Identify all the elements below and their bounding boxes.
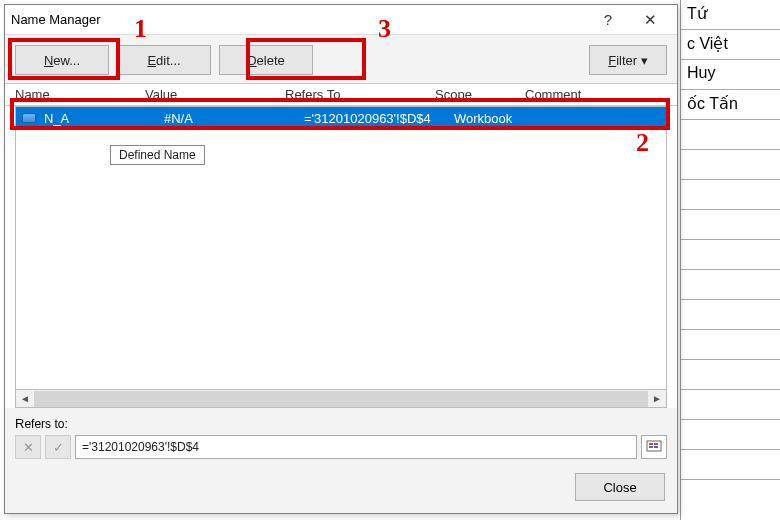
bg-cell[interactable]: c Việt [681, 30, 780, 60]
refers-to-input[interactable] [75, 435, 637, 459]
edit-button[interactable]: Edit... [117, 45, 211, 75]
bg-cell[interactable] [681, 120, 780, 150]
chevron-down-icon: ▾ [641, 53, 648, 68]
col-header-scope[interactable]: Scope [431, 84, 521, 105]
col-header-name[interactable]: Name [11, 84, 141, 105]
bg-cell[interactable] [681, 450, 780, 480]
bg-cell[interactable]: Tứ [681, 0, 780, 30]
col-header-refers[interactable]: Refers To [281, 84, 431, 105]
delete-button[interactable]: Delete [219, 45, 313, 75]
bg-cell[interactable] [681, 180, 780, 210]
titlebar[interactable]: Name Manager ? ✕ [5, 5, 677, 35]
scroll-right-button[interactable]: ► [648, 391, 666, 407]
background-spreadsheet: Tứ c Việt Huy ốc Tấn [680, 0, 780, 520]
filter-button[interactable]: Filter ▾ [589, 45, 667, 75]
defined-name-icon [22, 113, 36, 123]
bg-cell[interactable] [681, 390, 780, 420]
svg-rect-2 [654, 443, 658, 445]
cell-scope: Workbook [450, 111, 540, 126]
close-button[interactable]: Close [575, 473, 665, 501]
bg-cell[interactable] [681, 240, 780, 270]
svg-rect-1 [649, 443, 653, 445]
toolbar: New... Edit... Delete Filter ▾ [5, 35, 677, 84]
col-header-value[interactable]: Value [141, 84, 281, 105]
scroll-thumb[interactable] [34, 391, 648, 407]
collapse-dialog-button[interactable] [641, 435, 667, 459]
cell-name: N_A [40, 111, 160, 126]
horizontal-scrollbar[interactable]: ◄ ► [15, 390, 667, 408]
bg-cell[interactable]: ốc Tấn [681, 90, 780, 120]
col-header-comment[interactable]: Comment [521, 84, 671, 105]
bg-cell[interactable] [681, 360, 780, 390]
refers-to-label: Refers to: [15, 416, 667, 431]
help-button[interactable]: ? [587, 6, 629, 34]
bg-cell[interactable] [681, 420, 780, 450]
dialog-footer: Close [5, 465, 677, 513]
svg-rect-3 [649, 446, 653, 448]
bg-cell[interactable]: Huy [681, 60, 780, 90]
name-list[interactable]: N_A #N/A ='31201020963'!$D$4 Workbook De… [15, 106, 667, 390]
bg-cell[interactable] [681, 150, 780, 180]
tooltip-defined-name: Defined Name [110, 145, 205, 165]
svg-rect-4 [654, 446, 658, 448]
new-button[interactable]: New... [15, 45, 109, 75]
scroll-track[interactable] [34, 391, 648, 407]
bg-cell[interactable] [681, 210, 780, 240]
collapse-icon [646, 440, 662, 454]
window-close-button[interactable]: ✕ [629, 6, 671, 34]
scroll-left-button[interactable]: ◄ [16, 391, 34, 407]
cell-refers: ='31201020963'!$D$4 [300, 111, 450, 126]
list-header: Name Value Refers To Scope Comment [5, 84, 677, 106]
cell-value: #N/A [160, 111, 300, 126]
name-manager-dialog: Name Manager ? ✕ New... Edit... Delete F… [4, 4, 678, 514]
bg-cell[interactable] [681, 330, 780, 360]
refers-cancel-button[interactable]: ✕ [15, 435, 41, 459]
bg-cell[interactable] [681, 270, 780, 300]
refers-to-section: Refers to: ✕ ✓ [5, 408, 677, 465]
dialog-title: Name Manager [11, 12, 587, 27]
bg-cell[interactable] [681, 300, 780, 330]
refers-accept-button[interactable]: ✓ [45, 435, 71, 459]
table-row[interactable]: N_A #N/A ='31201020963'!$D$4 Workbook [16, 107, 666, 129]
